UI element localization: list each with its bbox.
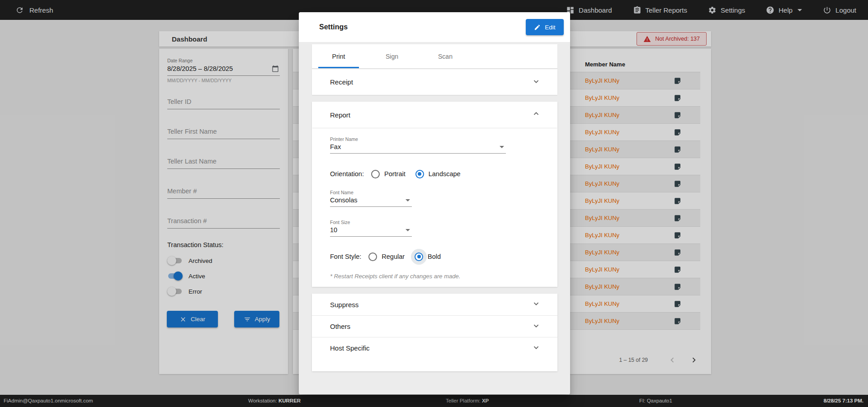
tab-sign[interactable]: Sign xyxy=(365,44,419,68)
chevron-down-icon xyxy=(531,299,541,310)
radio-icon xyxy=(415,253,423,261)
radio-icon xyxy=(371,170,380,178)
modal-title: Settings xyxy=(319,23,348,31)
edit-button[interactable]: Edit xyxy=(526,19,564,35)
report-settings-form: Printer Name Fax Orientation: Portrait L… xyxy=(312,128,557,287)
collapsed-accordion-group: Suppress Others Host Specific xyxy=(312,294,557,371)
radio-regular[interactable]: Regular xyxy=(368,253,405,261)
dropdown-caret-icon xyxy=(406,229,410,231)
accordion-others[interactable]: Others xyxy=(312,315,557,337)
accordion-suppress[interactable]: Suppress xyxy=(312,294,557,315)
radio-landscape[interactable]: Landscape xyxy=(415,170,461,178)
tab-print[interactable]: Print xyxy=(312,44,365,68)
settings-tabs: Print Sign Scan xyxy=(312,44,557,69)
font-size-select[interactable]: Font Size 10 xyxy=(330,220,412,237)
accordion-report-header[interactable]: Report xyxy=(312,102,557,128)
chevron-down-icon xyxy=(531,342,541,354)
panel-bottom-padding xyxy=(312,359,557,371)
accordion-host-specific[interactable]: Host Specific xyxy=(312,337,557,359)
radio-icon xyxy=(368,253,377,261)
font-style-field: Font Style: Regular Bold xyxy=(330,248,533,265)
accordion-receipt[interactable]: Receipt xyxy=(312,69,557,95)
font-name-select[interactable]: Font Name Consolas xyxy=(330,190,412,207)
accordion-report: Report Printer Name Fax Orientation: P xyxy=(312,102,557,287)
pencil-icon xyxy=(534,24,541,31)
dropdown-caret-icon xyxy=(500,146,504,148)
radio-bold[interactable]: Bold xyxy=(415,253,441,261)
chevron-up-icon xyxy=(531,109,541,121)
radio-icon xyxy=(415,170,424,178)
settings-modal-header: Settings Edit xyxy=(299,12,570,42)
dropdown-caret-icon xyxy=(406,199,410,201)
radio-portrait[interactable]: Portrait xyxy=(371,170,406,178)
orientation-field: Orientation: Portrait Landscape xyxy=(330,164,533,183)
restart-note: * Restart Receipts client if any changes… xyxy=(330,273,533,280)
tab-scan[interactable]: Scan xyxy=(419,44,472,68)
font-style-label: Font Style: xyxy=(330,253,361,260)
printer-name-select[interactable]: Printer Name Fax xyxy=(330,136,506,154)
settings-modal-body: Print Sign Scan Receipt Report Printer N… xyxy=(299,42,570,394)
chevron-down-icon xyxy=(531,76,541,88)
chevron-down-icon xyxy=(531,321,541,332)
settings-modal: Settings Edit Print Sign Scan Receipt Re… xyxy=(299,12,570,394)
orientation-label: Orientation: xyxy=(330,170,364,178)
